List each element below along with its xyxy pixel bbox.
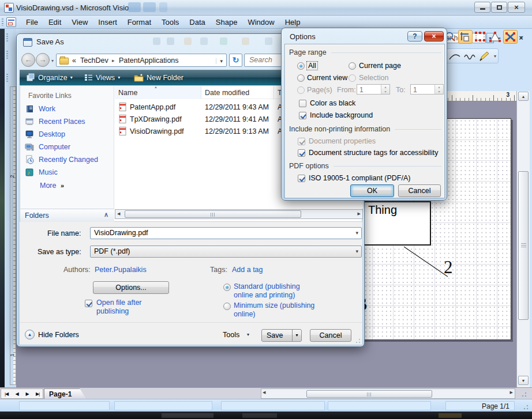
menu-tools[interactable]: Tools xyxy=(156,18,184,27)
blue-x-icon xyxy=(504,31,517,43)
address-breadcrumb-bar[interactable]: « TechDev ▸ PatentApplications ▾ xyxy=(56,54,227,67)
sidebar-item-music[interactable]: ♪ Music xyxy=(25,168,58,177)
scrollbar-thumb[interactable] xyxy=(518,171,529,320)
file-name-input[interactable]: VisioDrawing.pdf ▾ xyxy=(90,227,362,239)
previous-page-button[interactable]: ◀ xyxy=(12,389,22,398)
minimum-size-radio[interactable] xyxy=(223,303,231,310)
address-dropdown-arrow[interactable]: ▾ xyxy=(216,58,223,64)
sidebar-item-recent-places[interactable]: Recent Places xyxy=(25,117,85,126)
sidebar-item-desktop[interactable]: Desktop xyxy=(25,130,65,139)
organize-button[interactable]: Organize ▾ xyxy=(27,73,73,82)
shape-vertex-button[interactable] xyxy=(488,30,503,44)
first-page-button[interactable]: |◀ xyxy=(1,389,12,398)
menu-help[interactable]: Help xyxy=(280,18,306,27)
connection-point-button[interactable] xyxy=(503,30,518,44)
sidebar-item-computer[interactable]: Computer xyxy=(25,142,70,152)
forward-button[interactable]: → xyxy=(36,53,50,67)
toolbar-overflow-button[interactable]: ▾ xyxy=(518,30,526,44)
refresh-button[interactable]: ↻ xyxy=(229,54,242,67)
breadcrumb-separator-icon: ▸ xyxy=(112,58,115,63)
snap-tool-button[interactable] xyxy=(458,30,473,44)
open-file-checkbox[interactable] xyxy=(85,300,92,307)
back-button[interactable]: ← xyxy=(21,53,35,67)
save-type-select[interactable]: PDF (*.pdf) ▾ xyxy=(90,246,362,258)
save-button[interactable]: Save ▾ xyxy=(261,329,302,342)
cancel-button[interactable]: Cancel xyxy=(398,184,441,197)
cancel-button[interactable]: Cancel xyxy=(310,329,351,342)
resize-grip xyxy=(519,390,527,397)
page-tab[interactable]: Page-1 xyxy=(44,388,87,399)
tags-add-link[interactable]: Add a tag xyxy=(232,266,263,274)
toolbar-overflow-button[interactable]: ▾ xyxy=(492,49,499,63)
sidebar-more-link[interactable]: More » xyxy=(40,182,64,190)
options-dialog: Options ? × Page range All Current page … xyxy=(281,28,447,201)
menu-window[interactable]: Window xyxy=(242,18,279,27)
iso-compliant-checkbox[interactable] xyxy=(298,175,305,182)
horizontal-scrollbar[interactable]: ◀ ▶ xyxy=(261,388,515,399)
music-icon: ♪ xyxy=(25,168,34,177)
menu-data[interactable]: Data xyxy=(184,18,210,27)
select-area-button[interactable] xyxy=(473,30,488,44)
arc-tool-icon[interactable] xyxy=(448,51,462,62)
breadcrumb-patentapplications[interactable]: PatentApplications xyxy=(119,56,179,65)
ghost-icon xyxy=(167,37,174,45)
more-chevrons-icon: » xyxy=(61,182,64,189)
sidebar-item-work[interactable]: Work xyxy=(25,104,55,114)
column-header-name[interactable]: ▲ Name xyxy=(115,86,201,99)
breadcrumb-prefix[interactable]: « xyxy=(72,56,76,65)
scroll-up-button[interactable]: ▲ xyxy=(518,92,529,101)
help-button[interactable]: ? xyxy=(407,31,422,41)
close-button[interactable]: × xyxy=(508,2,525,13)
hide-folders-button[interactable]: ▲ xyxy=(25,330,35,339)
freeform-tool-icon[interactable] xyxy=(463,51,477,62)
include-background-checkbox[interactable] xyxy=(299,112,306,119)
options-button[interactable]: Options... xyxy=(93,281,169,294)
standard-radio[interactable] xyxy=(223,284,231,291)
svg-text:♪: ♪ xyxy=(27,169,30,176)
next-page-button[interactable]: ▶ xyxy=(22,389,32,398)
tools-dropdown[interactable]: Tools xyxy=(223,331,239,339)
include-background-label: Include background xyxy=(310,111,373,119)
column-header-modified[interactable]: Date modified xyxy=(202,86,274,99)
maximize-button[interactable] xyxy=(491,2,507,13)
sidebar-item-recently-changed[interactable]: Recently Changed xyxy=(25,155,98,164)
menu-insert[interactable]: Insert xyxy=(93,18,122,27)
scroll-left-button[interactable]: ◀ xyxy=(117,212,120,216)
all-radio[interactable] xyxy=(297,62,305,70)
vertical-scrollbar[interactable]: ▲ ▼ xyxy=(516,91,530,387)
resize-grip xyxy=(521,403,529,410)
menu-file[interactable]: File xyxy=(21,18,43,27)
menu-view[interactable]: View xyxy=(66,18,93,27)
callout-number[interactable]: 2 xyxy=(444,257,453,278)
menu-format[interactable]: Format xyxy=(122,18,156,27)
current-view-radio[interactable] xyxy=(297,74,305,82)
authors-value[interactable]: Peter.Pupalaikis xyxy=(95,266,147,274)
last-page-button[interactable]: ▶| xyxy=(32,389,43,398)
scrollbar-thumb[interactable] xyxy=(306,390,432,398)
breadcrumb-techdev[interactable]: TechDev xyxy=(80,56,108,65)
close-button[interactable]: × xyxy=(424,31,444,41)
color-as-black-checkbox[interactable] xyxy=(299,100,306,107)
tools-dropdown-arrow[interactable]: ▾ xyxy=(247,332,249,337)
scroll-right-button[interactable]: ▶ xyxy=(358,212,361,216)
current-page-radio[interactable] xyxy=(349,62,356,70)
dropdown-arrow-icon: ▾ xyxy=(70,75,73,80)
scroll-down-button[interactable]: ▼ xyxy=(518,376,529,385)
views-icon xyxy=(84,73,93,82)
pencil-tool-icon[interactable] xyxy=(478,50,490,63)
menu-shape[interactable]: Shape xyxy=(211,18,243,27)
recent-pages-dropdown[interactable]: ▾ xyxy=(51,58,54,63)
folders-expander[interactable]: Folders ∧ xyxy=(20,209,114,222)
minimize-button[interactable] xyxy=(474,2,490,13)
menu-edit[interactable]: Edit xyxy=(43,18,66,27)
toolbar-grip xyxy=(2,18,3,26)
ok-button[interactable]: OK xyxy=(350,184,394,197)
list-horizontal-scrollbar[interactable]: ◀ ▶ xyxy=(115,209,363,219)
document-structure-checkbox[interactable] xyxy=(298,149,305,157)
hide-folders-label[interactable]: Hide Folders xyxy=(38,331,79,339)
scroll-left-button[interactable]: ◀ xyxy=(263,390,265,395)
views-button[interactable]: Views ▾ xyxy=(84,73,120,82)
new-folder-button[interactable]: New Folder xyxy=(134,73,183,82)
scrollbar-thumb[interactable] xyxy=(125,210,301,218)
scroll-right-button[interactable]: ▶ xyxy=(510,390,513,395)
